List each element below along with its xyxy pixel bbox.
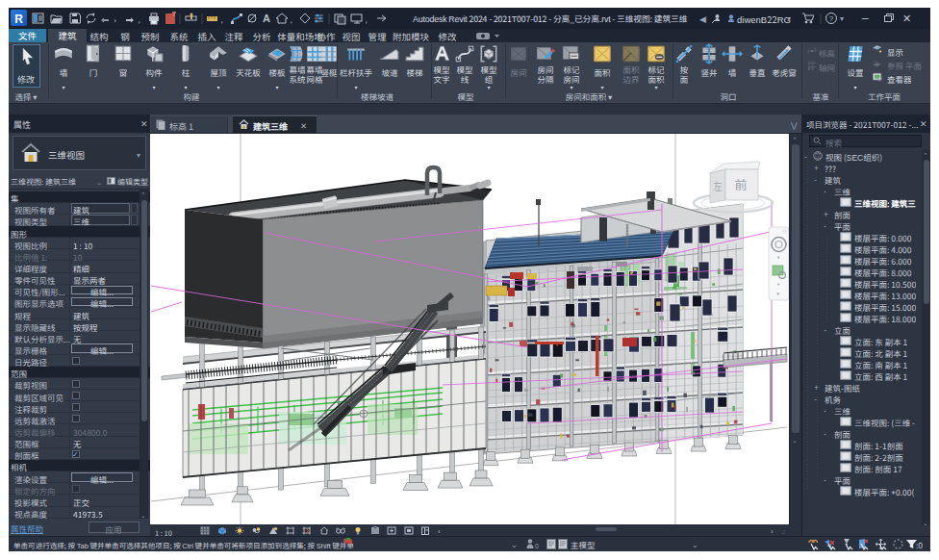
svg-text:A: A	[263, 13, 270, 24]
svg-text:?: ?	[829, 14, 834, 23]
svg-text:前: 前	[734, 175, 747, 193]
svg-text:0: 0	[535, 543, 539, 549]
svg-text:左: 左	[714, 177, 723, 193]
